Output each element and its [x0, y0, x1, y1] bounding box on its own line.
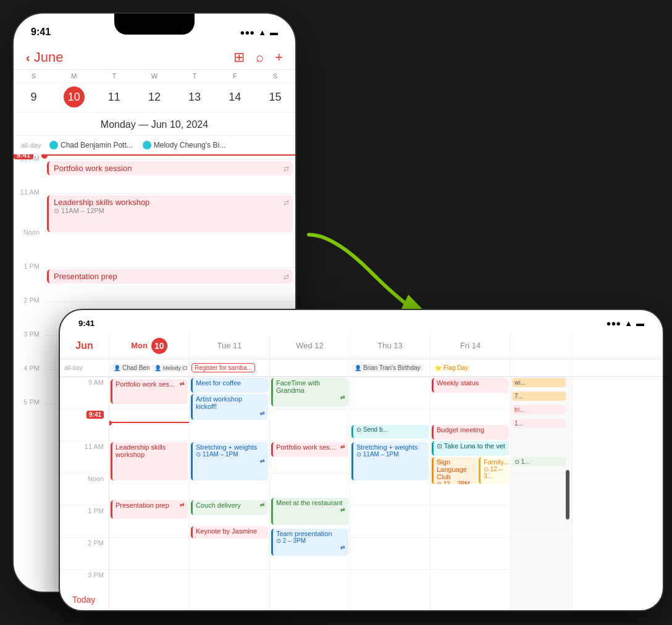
thu-slot-7: [350, 569, 430, 602]
day-label-tue: T: [94, 72, 134, 80]
mon-slot-7: [109, 569, 189, 602]
day-label-sat: S: [255, 72, 295, 80]
allday-event-2[interactable]: Melody Cheung's Bi...: [143, 141, 225, 149]
portfolio-work-event[interactable]: Portfolio work session ⇄: [47, 161, 293, 175]
land-now-badge: 9:41: [86, 411, 104, 419]
thu-send[interactable]: ⊙ Send b...: [351, 425, 429, 438]
date-13[interactable]: 13: [175, 86, 215, 107]
today-button[interactable]: Today: [72, 595, 95, 605]
wed-team-presentation[interactable]: Team presentation ⊙ 2 – 3PM ⇄: [271, 529, 348, 556]
fri-luna[interactable]: ⊙ Take Luna to the vet: [432, 441, 509, 456]
time-4pm: 4 PM: [14, 365, 44, 372]
fri-slot-7: [430, 569, 510, 602]
col-wed[interactable]: Wed 12: [270, 332, 350, 359]
view-toggle-icon[interactable]: ⊞: [233, 49, 245, 65]
tue-stretching[interactable]: Stretching + weights ⊙ 11AM – 1PM ⇄: [191, 442, 268, 480]
extra-slot-6: [511, 537, 572, 569]
col-tue[interactable]: Tue 11: [190, 332, 270, 359]
time-2pm: 2 PM: [14, 297, 44, 304]
fri-col: Weekly status Budget meeting ⊙ Take Luna…: [430, 377, 511, 611]
land-status-time: 9:41: [78, 319, 94, 328]
leadership-sync-icon: ⇄: [284, 199, 289, 207]
date-14[interactable]: 14: [215, 86, 255, 107]
scroll-indicator[interactable]: [566, 470, 569, 519]
fri-budget[interactable]: Budget meeting: [432, 425, 509, 440]
tue-allday-1[interactable]: Register for samba...: [191, 363, 255, 372]
allday-event-2-label: Melody Cheung's Bi...: [154, 141, 225, 149]
time-line-2pm: [44, 301, 295, 302]
wed-team-time: ⊙ 2 – 3PM: [276, 537, 345, 544]
date-11[interactable]: 11: [94, 86, 134, 107]
fri-family[interactable]: Family... ⊙ 12 – 3...: [479, 457, 509, 484]
tue-slot-6: [190, 537, 269, 569]
mon-presentation-event[interactable]: Presentation prep ⇄: [111, 500, 188, 519]
day-label-thu: T: [175, 72, 215, 80]
thu-allday-1[interactable]: 👤Brian Tran's Birthday: [352, 364, 423, 372]
leadership-event[interactable]: Leadership skills workshop ⊙ 11AM – 12PM…: [47, 195, 293, 232]
mon-allday-1[interactable]: 👤Chad Benjamin Pot...: [111, 364, 149, 372]
fri-slot-6: [430, 537, 510, 569]
column-headers: Jun Mon 10 Tue 11 Wed 12 Thu 13 Fri 14: [60, 332, 663, 359]
land-time-1pm: 1 PM: [60, 505, 109, 537]
presentation-prep-event[interactable]: Presentation prep ⇄: [47, 269, 293, 283]
leadership-time: ⊙ 11AM – 12PM: [54, 207, 288, 215]
land-signal-icon: ●●●: [607, 319, 621, 328]
wed-restaurant[interactable]: Meet at the restaurant ⇄: [271, 498, 348, 525]
back-arrow-icon[interactable]: ‹: [26, 51, 30, 65]
tue-artist-workshop[interactable]: Artist workshop kickoff! ⇄: [191, 394, 268, 420]
thu-stretching[interactable]: Stretching + weights ⊙ 11AM – 1PM: [351, 442, 429, 480]
mon-leadership-event[interactable]: Leadership skills workshop: [111, 442, 188, 480]
fri-family-title: Family...: [484, 458, 506, 466]
col-mon[interactable]: Mon 10: [109, 332, 190, 359]
thu-send-title: ⊙ Send b...: [356, 426, 388, 433]
allday-event-1-label: Chad Benjamin Pott...: [61, 141, 133, 149]
time-row-noon: Noon: [14, 233, 295, 267]
date-10-today[interactable]: 10: [64, 86, 85, 107]
land-wifi-icon: ▲: [624, 319, 632, 328]
phone-landscape: 9:41 ●●● ▲ ▬ Jun Mon 10 Tue 11 Wed 12 Th…: [59, 309, 664, 611]
notch: [114, 14, 195, 35]
col-fri[interactable]: Fri 14: [430, 332, 511, 359]
date-9[interactable]: 9: [14, 86, 54, 107]
fri-allday-1[interactable]: ⭐Flag Day: [432, 364, 471, 372]
tue-keynote[interactable]: Keynote by Jasmine: [191, 526, 268, 539]
day-label-fri: F: [215, 72, 255, 80]
mon-portfolio-title: Portfolio work ses...: [116, 380, 175, 388]
mon-portfolio-event[interactable]: Portfolio work ses... ⇄: [111, 379, 188, 404]
now-line: 9:41: [44, 154, 295, 156]
fri-budget-title: Budget meeting: [437, 426, 484, 434]
col-jun: Jun: [60, 332, 109, 359]
fri-weekly-status[interactable]: Weekly status: [432, 378, 509, 393]
col-thu[interactable]: Thu 13: [350, 332, 430, 359]
wed-facetime-title: FaceTime with Grandma: [276, 379, 345, 394]
fri-allday-cell: ⭐Flag Day: [430, 359, 511, 376]
date-15[interactable]: 15: [255, 86, 295, 107]
wed-col: FaceTime with Grandma ⇄ Portfolio work s…: [270, 377, 350, 611]
month-nav[interactable]: ‹ June: [26, 49, 63, 65]
signal-icon: ●●●: [240, 28, 255, 37]
wed-portfolio[interactable]: Portfolio work ses... ⇄: [271, 442, 348, 457]
status-bar-landscape: 9:41 ●●● ▲ ▬: [60, 310, 663, 332]
add-event-icon[interactable]: +: [275, 49, 283, 65]
mon-allday-cell: 👤Chad Benjamin Pot... 👤Melody Cheung's B…: [109, 359, 190, 376]
mon-allday-2[interactable]: 👤Melody Cheung's B...: [152, 364, 187, 372]
landscape-calendar: Jun Mon 10 Tue 11 Wed 12 Thu 13 Fri 14: [60, 332, 663, 611]
mon-presentation-sync: ⇄: [180, 501, 185, 508]
search-icon[interactable]: ⌕: [256, 49, 264, 65]
land-time-2pm: 2 PM: [60, 537, 109, 569]
extra-slot-5: [511, 505, 572, 537]
extra-event-2: 7...: [512, 392, 566, 401]
week-dates[interactable]: 9 10 11 12 13 14 15: [14, 83, 295, 113]
tue-slot-7: [190, 569, 269, 602]
weekday-labels: S M T W T F S: [14, 70, 295, 83]
tue-meet-coffee[interactable]: Meet for coffee: [191, 378, 268, 393]
allday-event-1[interactable]: Chad Benjamin Pott...: [49, 141, 133, 149]
land-time-now: 9:41: [60, 409, 109, 441]
tue-keynote-title: Keynote by Jasmine: [196, 527, 257, 535]
wed-facetime[interactable]: FaceTime with Grandma ⇄: [271, 378, 348, 406]
date-12[interactable]: 12: [134, 86, 174, 107]
land-body: 9 AM 9:41 11 AM Noon 1 PM 2 PM 3 PM: [60, 377, 663, 611]
day-heading: Monday — Jun 10, 2024: [14, 113, 295, 136]
tue-couch-delivery[interactable]: Couch delivery ⇄: [191, 500, 268, 515]
fri-sign-language[interactable]: Sign Language Club ⊙ 12 – 2PM ⇄: [432, 457, 478, 484]
